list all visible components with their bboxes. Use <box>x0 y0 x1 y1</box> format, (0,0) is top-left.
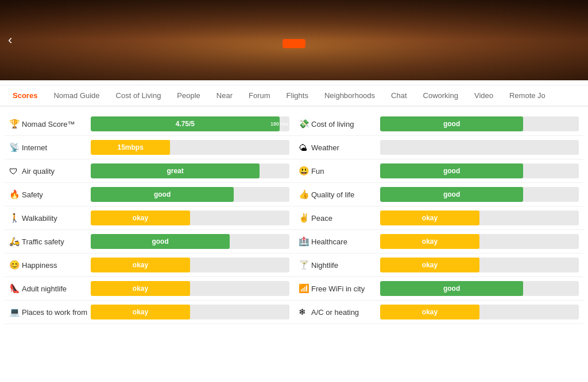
score-icon: 💻 <box>9 307 22 317</box>
score-label: Nomad Score™ <box>22 120 91 128</box>
score-label: Healthcare <box>311 237 380 246</box>
nav-tab-remote-jo[interactable]: Remote Jo <box>501 85 554 107</box>
score-row-adult-nightlife: 👠Adult nightlifeokay <box>5 277 294 301</box>
score-icon: 🛡 <box>9 166 22 176</box>
score-bar-inner: good <box>91 234 230 249</box>
score-row-a/c-or-heating: ❄A/C or heatingokay <box>294 301 583 324</box>
score-bar-inner: good <box>91 187 234 202</box>
score-bar-outer: good <box>380 281 579 296</box>
score-bar-wrap <box>380 140 579 155</box>
score-icon: 👠 <box>9 283 22 294</box>
nav-tab-forum[interactable]: Forum <box>241 85 278 107</box>
score-bar-wrap: okay <box>91 258 289 272</box>
score-bar-wrap: good <box>91 187 289 202</box>
score-bar-outer: okay <box>380 211 579 225</box>
score-bar-wrap: good <box>91 234 289 249</box>
nav-tab-near[interactable]: Near <box>208 85 241 107</box>
score-bar-wrap: okay <box>380 258 579 272</box>
nav-tab-scores[interactable]: Scores <box>5 85 45 107</box>
score-label: Safety <box>22 190 91 199</box>
score-row-nightlife: 🍸Nightlifeokay <box>294 254 583 277</box>
score-icon: ✌ <box>299 213 311 223</box>
score-bar-outer <box>380 140 579 155</box>
score-icon: 🏥 <box>299 236 311 247</box>
score-label: A/C or heating <box>311 308 380 317</box>
score-row-healthcare: 🏥Healthcareokay <box>294 230 583 254</box>
score-bar-outer: okay <box>91 281 289 296</box>
hero-section: ‹ <box>0 0 588 80</box>
score-bar-inner: good <box>380 163 523 178</box>
score-row-cost-of-living: 💸Cost of livinggood <box>294 112 583 136</box>
right-scores-column: 💸Cost of livinggood🌤Weather😃Fungood👍Qual… <box>294 112 583 324</box>
score-bar-wrap: okay <box>91 281 289 296</box>
score-bar-inner: okay <box>380 305 479 319</box>
score-label: Free WiFi in city <box>311 284 380 293</box>
nav-tab-cost-of-living[interactable]: Cost of Living <box>108 85 169 107</box>
nav-tab-nomad-guide[interactable]: Nomad Guide <box>45 85 107 107</box>
nav-tab-flights[interactable]: Flights <box>278 85 316 107</box>
score-icon: 🔥 <box>9 189 22 200</box>
score-bar-inner: good <box>380 116 523 131</box>
score-bar-wrap: 4.75/5180 rev <box>91 116 289 131</box>
score-bar-wrap: okay <box>380 305 579 319</box>
hero-content <box>283 32 305 48</box>
score-label: Traffic safety <box>22 237 91 246</box>
score-label: Quality of life <box>311 190 380 199</box>
score-label: Weather <box>311 143 380 152</box>
score-label: Adult nightlife <box>22 284 91 293</box>
nav-tab-neighborhoods[interactable]: Neighborhoods <box>316 85 383 107</box>
score-bar-inner: great <box>91 163 260 178</box>
back-button[interactable]: ‹ <box>8 33 12 48</box>
score-icon: 🛵 <box>9 236 22 247</box>
score-bar-inner: 4.75/5180 rev <box>91 116 280 131</box>
score-bar-outer: great <box>91 163 289 178</box>
score-bar-wrap: great <box>91 163 289 178</box>
score-icon: 👍 <box>299 189 311 200</box>
meet-nomads-button[interactable] <box>283 39 305 48</box>
breadcrumb <box>0 80 588 85</box>
score-bar-inner: good <box>380 281 523 296</box>
score-label: Happiness <box>22 261 91 270</box>
score-icon: 🚶 <box>9 213 22 223</box>
score-bar-wrap: good <box>380 187 579 202</box>
score-row-weather: 🌤Weather <box>294 136 583 159</box>
score-bar-outer: 15mbps <box>91 140 289 155</box>
score-label: Internet <box>22 143 91 152</box>
score-row-quality-of-life: 👍Quality of lifegood <box>294 183 583 206</box>
score-bar-inner: okay <box>91 305 190 319</box>
left-scores-column: 🏆Nomad Score™4.75/5180 rev📡Internet15mbp… <box>5 112 294 324</box>
nav-tab-coworking[interactable]: Coworking <box>415 85 466 107</box>
score-bar-outer: good <box>380 116 579 131</box>
nav-tabs: ScoresNomad GuideCost of LivingPeopleNea… <box>0 85 588 107</box>
score-icon: 💸 <box>299 119 311 129</box>
score-bar-inner: okay <box>91 211 190 225</box>
score-bar-wrap: good <box>380 163 579 178</box>
scores-grid: 🏆Nomad Score™4.75/5180 rev📡Internet15mbp… <box>5 112 583 324</box>
score-icon: 😃 <box>299 166 311 176</box>
nav-tab-people[interactable]: People <box>169 85 208 107</box>
review-badge: 180 rev <box>270 121 288 127</box>
score-bar-wrap: okay <box>91 305 289 319</box>
nav-tab-video[interactable]: Video <box>466 85 501 107</box>
score-bar-outer: 4.75/5180 rev <box>91 116 289 131</box>
score-row-walkability: 🚶Walkabilityokay <box>5 206 294 230</box>
score-bar-outer: good <box>380 163 579 178</box>
score-bar-wrap: okay <box>91 211 289 225</box>
score-bar-inner: okay <box>380 258 479 272</box>
score-bar-wrap: okay <box>380 234 579 249</box>
score-label: Peace <box>311 214 380 223</box>
score-bar-outer: good <box>380 187 579 202</box>
score-bar-inner: 15mbps <box>91 140 170 155</box>
score-bar-wrap: good <box>380 116 579 131</box>
score-bar-outer: okay <box>91 305 289 319</box>
score-icon: ❄ <box>299 307 311 317</box>
score-label: Nightlife <box>311 261 380 270</box>
score-bar-outer: good <box>91 187 289 202</box>
score-row-free-wifi-in-city: 📶Free WiFi in citygood <box>294 277 583 301</box>
nav-tab-chat[interactable]: Chat <box>383 85 415 107</box>
score-bar-outer: good <box>91 234 289 249</box>
score-icon: 🌤 <box>299 143 311 153</box>
score-bar-wrap: 15mbps <box>91 140 289 155</box>
score-row-air-quality: 🛡Air qualitygreat <box>5 159 294 183</box>
score-icon: 😊 <box>9 260 22 270</box>
